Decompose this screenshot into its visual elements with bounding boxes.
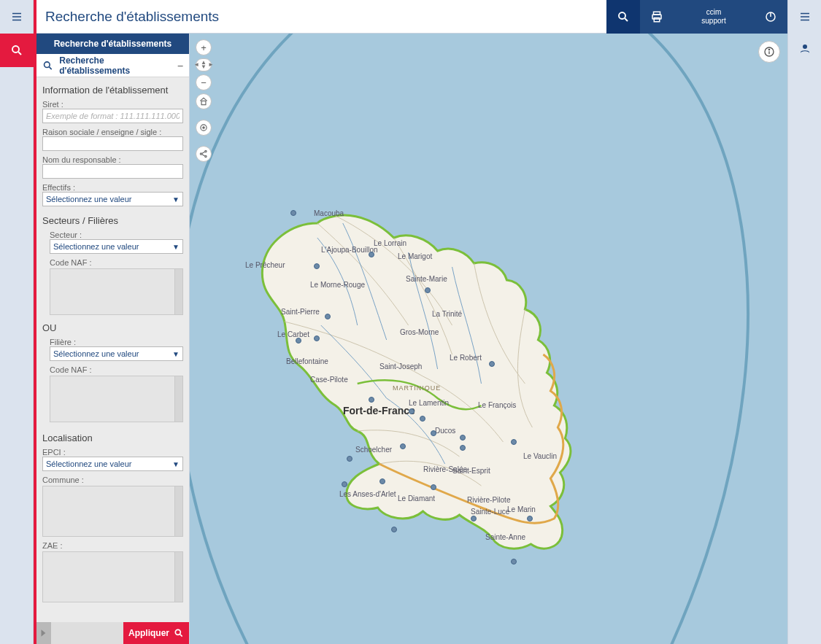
svg-line-20 — [180, 635, 182, 637]
logout-button[interactable] — [754, 0, 787, 34]
chevron-down-icon: ▼ — [172, 350, 180, 358]
label-siret: Siret : — [42, 100, 183, 109]
map-marker[interactable] — [342, 481, 347, 487]
map-marker[interactable] — [400, 443, 406, 449]
svg-marker-18 — [42, 629, 46, 636]
effectifs-select[interactable]: Sélectionnez une valeur ▼ — [42, 192, 183, 206]
menu-icon-right[interactable] — [798, 10, 812, 26]
map-marker[interactable] — [409, 408, 415, 414]
right-rail — [787, 0, 821, 644]
user-line1: ccim — [706, 8, 722, 17]
svg-rect-21 — [201, 101, 206, 104]
svg-point-26 — [205, 155, 207, 157]
header-actions: ccim support — [606, 0, 787, 34]
naf2-multiselect[interactable] — [50, 376, 183, 422]
map-marker[interactable] — [369, 397, 374, 403]
svg-point-5 — [619, 12, 625, 19]
map-marker[interactable] — [314, 263, 320, 269]
home-extent-button[interactable] — [196, 93, 212, 109]
print-button[interactable] — [640, 0, 674, 34]
map-info-button[interactable] — [758, 41, 780, 63]
map-marker[interactable] — [425, 287, 431, 293]
search-panel-toggle[interactable] — [0, 34, 34, 67]
map-marker[interactable] — [460, 445, 466, 451]
map-marker[interactable] — [391, 527, 397, 532]
svg-line-4 — [18, 52, 21, 55]
commune-multiselect[interactable] — [42, 486, 183, 537]
panel-footer: Appliquer — [36, 622, 189, 644]
label-naf1: Code NAF : — [50, 258, 183, 267]
apply-button[interactable]: Appliquer — [123, 622, 189, 644]
label-responsable: Nom du responsable : — [42, 155, 183, 164]
chevron-down-icon: ▼ — [172, 460, 180, 468]
menu-icon[interactable] — [10, 10, 23, 26]
header: Recherche d'établissements ccim support — [36, 0, 787, 34]
section-title-localisation: Localisation — [42, 432, 183, 443]
map-marker[interactable] — [347, 456, 352, 462]
svg-point-24 — [200, 153, 201, 155]
map-marker[interactable] — [527, 516, 533, 521]
map-marker[interactable] — [369, 252, 374, 257]
collapse-panel-icon[interactable]: – — [177, 60, 183, 71]
secteur-select[interactable]: Sélectionnez une valeur ▼ — [50, 239, 183, 254]
section-title-info: Information de l'établissement — [42, 85, 183, 96]
svg-point-25 — [205, 150, 207, 152]
chevron-down-icon: ▼ — [172, 243, 180, 251]
map-marker[interactable] — [489, 361, 495, 367]
map-marker[interactable] — [290, 210, 296, 216]
map-marker[interactable] — [471, 516, 477, 521]
svg-line-17 — [50, 66, 52, 69]
label-epci: EPCI : — [42, 448, 183, 457]
svg-point-31 — [768, 49, 769, 50]
locate-button[interactable] — [196, 120, 212, 136]
map-marker[interactable] — [420, 416, 425, 422]
label-zae: ZAE : — [42, 541, 183, 550]
map-marker[interactable] — [511, 559, 517, 565]
zoom-out-button[interactable]: − — [196, 74, 212, 90]
chevron-down-icon: ▼ — [172, 195, 180, 203]
responsable-input[interactable] — [42, 164, 183, 179]
zae-multiselect[interactable] — [42, 551, 183, 602]
user-badge[interactable]: ccim support — [674, 0, 754, 34]
filiere-select[interactable]: Sélectionnez une valeur ▼ — [50, 346, 183, 361]
zoom-in-button[interactable]: + — [196, 39, 212, 55]
panel-collapse-tab[interactable] — [36, 622, 51, 644]
label-effectifs: Effectifs : — [42, 183, 183, 192]
map-svg — [190, 34, 787, 644]
svg-line-27 — [202, 152, 205, 153]
page-title: Recherche d'établissements — [36, 9, 606, 25]
map-marker[interactable] — [296, 338, 301, 344]
label-secteur: Secteur : — [50, 230, 183, 239]
island-shape — [262, 215, 571, 548]
map[interactable] — [190, 34, 787, 644]
svg-point-16 — [45, 61, 50, 67]
label-naf2: Code NAF : — [50, 365, 183, 374]
svg-point-23 — [203, 127, 204, 128]
siret-input[interactable] — [42, 109, 183, 123]
svg-point-19 — [175, 629, 180, 635]
epci-select[interactable]: Sélectionnez une valeur ▼ — [42, 457, 183, 471]
svg-line-28 — [202, 155, 205, 156]
map-marker[interactable] — [511, 439, 517, 445]
share-button[interactable] — [196, 146, 212, 162]
svg-line-6 — [625, 18, 628, 21]
header-search-button[interactable] — [606, 0, 640, 34]
naf1-multiselect[interactable] — [50, 268, 183, 315]
section-title-secteurs: Secteurs / Filières — [42, 215, 183, 226]
label-filiere: Filière : — [50, 338, 183, 346]
map-marker[interactable] — [431, 484, 436, 490]
map-marker[interactable] — [314, 335, 320, 341]
raison-input[interactable] — [42, 136, 183, 151]
svg-point-3 — [12, 46, 19, 53]
map-marker[interactable] — [325, 314, 331, 319]
search-icon — [174, 628, 184, 638]
footer-spacer — [51, 622, 123, 644]
panel-titlebar: Recherche d'établissements — [36, 34, 189, 54]
panel-subtitle: Recherche d'établissements — [59, 55, 171, 76]
map-marker[interactable] — [431, 430, 436, 436]
map-marker[interactable] — [460, 435, 466, 441]
pan-cluster[interactable]: ◄▲▼► — [196, 58, 212, 71]
panel-subtitle-row[interactable]: Recherche d'établissements – — [36, 54, 189, 77]
map-marker[interactable] — [379, 478, 385, 484]
help-hand-icon[interactable] — [798, 42, 812, 58]
